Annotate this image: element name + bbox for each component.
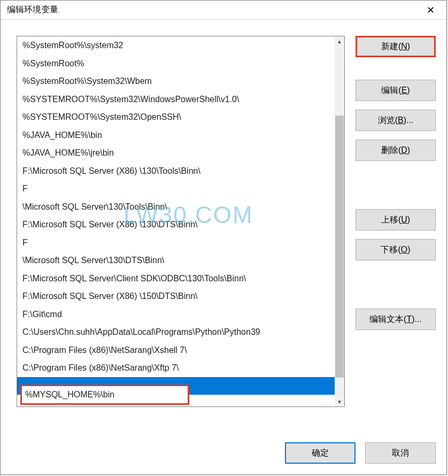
delete-button[interactable]: 删除(D) [356,140,436,161]
right-panel: 新建(N) 编辑(E) 浏览(B)... 删除(D) 上移(U) 下移(O) 编… [356,36,436,431]
move-up-button-label: 上移(U) [381,214,410,226]
close-button[interactable]: ✕ [420,2,441,18]
delete-button-label: 删除(D) [381,145,410,156]
content-area: %SystemRoot%\system32%SystemRoot%%System… [1,20,446,436]
listbox-inner: %SystemRoot%\system32%SystemRoot%%System… [17,36,335,406]
list-item[interactable]: F:\Microsoft SQL Server\Client SDK\ODBC\… [17,270,335,288]
env-var-edit-dialog: 编辑环境变量 ✕ %SystemRoot%\system32%SystemRoo… [0,0,447,475]
new-button-label: 新建(N) [381,41,410,52]
edit-text-button-label: 编辑文本(T)... [369,314,422,325]
list-item[interactable]: C:\Program Files (x86)\NetSarang\Xshell … [17,341,335,359]
list-item[interactable]: %JAVA_HOME%\jre\bin [17,144,335,162]
list-item[interactable]: F:\Microsoft SQL Server (X86) \150\DTS\B… [17,287,335,305]
spacer [356,269,436,300]
scroll-down-arrow-icon[interactable]: ▼ [335,397,344,406]
list-item[interactable]: %JAVA_HOME%\bin [17,126,335,144]
list-item[interactable]: C:\Program Files (x86)\NetSarang\Xftp 7\ [17,359,335,377]
list-item[interactable]: %SystemRoot%\System32\Wbem [17,72,335,90]
list-item[interactable]: F [17,180,335,198]
window-title: 编辑环境变量 [7,4,58,16]
browse-button[interactable]: 浏览(B)... [356,110,436,131]
edit-button-label: 编辑(E) [381,85,410,96]
list-item[interactable]: %SYSTEMROOT%\System32\WindowsPowerShell\… [17,90,335,109]
scroll-up-arrow-icon[interactable]: ▲ [335,36,344,46]
list-item[interactable]: C:\Users\Chn.suhh\AppData\Local\Programs… [17,323,335,341]
list-item[interactable]: %SystemRoot% [17,55,335,73]
scroll-thumb[interactable] [335,116,344,378]
ok-button[interactable]: 确定 [285,442,356,464]
new-button[interactable]: 新建(N) [356,36,436,57]
list-item[interactable]: F:\Microsoft SQL Server (X86) \130\Tools… [17,162,335,180]
list-item[interactable]: %SystemRoot%\system32 [17,36,335,55]
scroll-track[interactable] [335,46,344,397]
move-up-button[interactable]: 上移(U) [356,209,436,231]
edit-button[interactable]: 编辑(E) [356,80,436,101]
inline-edit-highlight [20,385,189,405]
list-item[interactable]: %SYSTEMROOT%\System32\OpenSSH\ [17,108,335,126]
browse-button-label: 浏览(B)... [378,115,414,126]
close-icon: ✕ [427,4,435,16]
list-item[interactable]: \Microsoft SQL Server\130\DTS\Binn\ [17,251,335,270]
spacer [356,170,436,201]
list-item[interactable]: \Microsoft SQL Server\130\Tools\Binn\ [17,198,335,216]
edit-text-button[interactable]: 编辑文本(T)... [356,309,436,330]
list-item[interactable]: F [17,234,335,252]
path-edit-input[interactable] [25,390,184,400]
spacer [356,66,436,71]
list-item[interactable]: F:\Microsoft SQL Server (X86) \130\DTS\B… [17,216,335,234]
titlebar: 编辑环境变量 ✕ [1,1,446,20]
footer: 确定 取消 [1,436,446,474]
path-listbox[interactable]: %SystemRoot%\system32%SystemRoot%%System… [17,36,345,407]
vertical-scrollbar[interactable]: ▲ ▼ [335,36,344,406]
left-panel: %SystemRoot%\system32%SystemRoot%%System… [17,36,345,431]
move-down-button[interactable]: 下移(O) [356,239,436,260]
move-down-button-label: 下移(O) [381,244,410,256]
list-item[interactable]: F:\Git\cmd [17,305,335,324]
cancel-button[interactable]: 取消 [365,442,436,464]
